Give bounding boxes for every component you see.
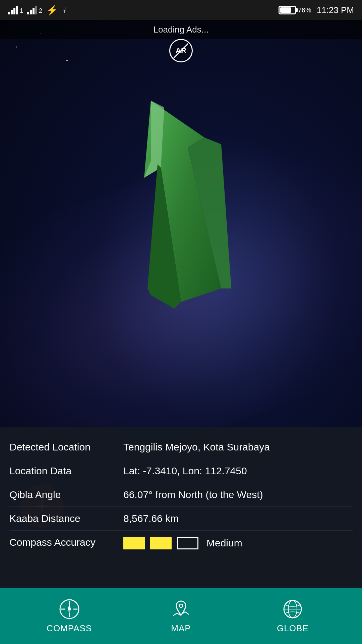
map-nav-icon (170, 598, 192, 620)
accuracy-bars: Medium (123, 537, 242, 549)
accuracy-bar-1 (123, 537, 145, 549)
ar-button[interactable]: AR (169, 39, 193, 62)
signal-2: 2 (27, 6, 42, 14)
globe-nav-icon (282, 598, 303, 620)
qibla-angle-label: Qibla Angle (9, 489, 123, 500)
bottom-navigation: COMPASS MAP GLOBE (0, 588, 362, 644)
status-bar: 1 2 ⚡ ⑂ 76% 11:23 PM (0, 0, 362, 20)
qibla-angle-row: Qibla Angle 66.07° from North (to the We… (9, 483, 353, 507)
qibla-angle-value: 66.07° from North (to the West) (123, 489, 353, 500)
nav-map-label: MAP (171, 623, 191, 634)
compass-accuracy-label: Compass Accuracy (9, 537, 123, 548)
svg-point-0 (16, 47, 17, 48)
battery-percent: 76% (298, 6, 311, 14)
location-data-value: Lat: -7.3410, Lon: 112.7450 (123, 465, 353, 477)
time-display: 11:23 PM (317, 5, 354, 15)
ad-text: Loading Ads... (154, 24, 209, 35)
signal-1: 1 (8, 6, 23, 14)
usb-icon: ⑂ (62, 5, 67, 15)
compass-accuracy-row: Compass Accuracy Medium (9, 531, 353, 555)
kaaba-distance-row: Kaaba Distance 8,567.66 km (9, 507, 353, 531)
status-left: 1 2 ⚡ ⑂ (8, 5, 67, 16)
nav-globe-label: GLOBE (277, 623, 309, 634)
detected-location-value: Tenggilis Mejoyo, Kota Surabaya (123, 441, 353, 453)
detected-location-label: Detected Location (9, 441, 123, 453)
detected-location-row: Detected Location Tenggilis Mejoyo, Kota… (9, 435, 353, 459)
nav-item-map[interactable]: MAP (125, 598, 237, 634)
nav-compass-label: COMPASS (47, 623, 92, 634)
battery-indicator: 76% (279, 6, 311, 14)
charging-icon: ⚡ (46, 5, 58, 16)
status-right: 76% 11:23 PM (279, 5, 354, 15)
svg-point-80 (179, 604, 183, 607)
info-panel: Detected Location Tenggilis Mejoyo, Kota… (0, 427, 362, 588)
location-data-row: Location Data Lat: -7.3410, Lon: 112.745… (9, 459, 353, 483)
location-data-label: Location Data (9, 465, 123, 477)
nav-item-globe[interactable]: GLOBE (237, 598, 349, 634)
ad-bar: Loading Ads... (0, 20, 362, 39)
kaaba-distance-label: Kaaba Distance (9, 513, 123, 524)
accuracy-value: Medium (206, 537, 242, 549)
accuracy-bar-3 (177, 537, 198, 549)
svg-point-2 (66, 60, 68, 61)
kaaba-distance-value: 8,567.66 km (123, 513, 353, 524)
arrow-svg (131, 94, 238, 322)
compass-nav-icon (59, 598, 80, 620)
nav-item-compass[interactable]: COMPASS (13, 598, 125, 634)
accuracy-bar-2 (150, 537, 172, 549)
